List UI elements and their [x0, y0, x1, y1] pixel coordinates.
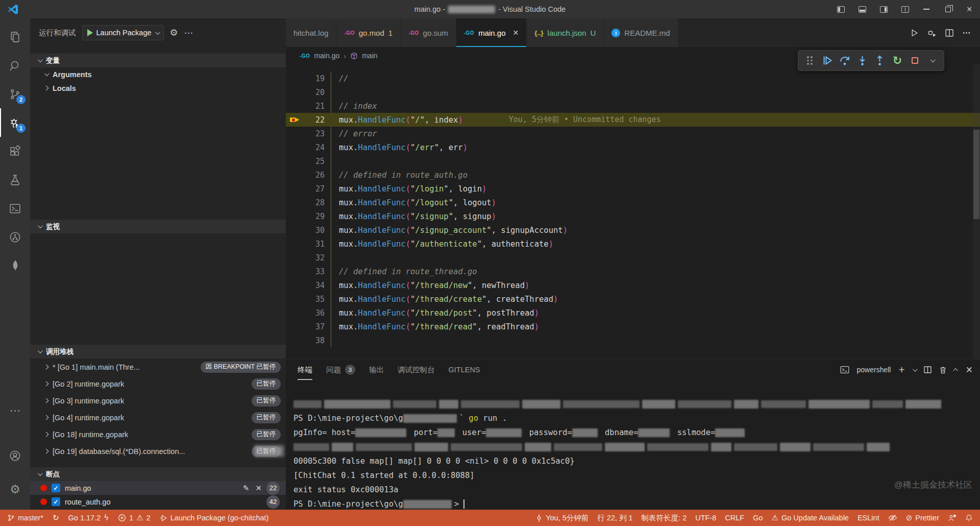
stop-icon[interactable] — [908, 53, 922, 68]
line-number[interactable]: 32 — [303, 253, 325, 262]
activity-item-gitlens[interactable] — [0, 223, 30, 251]
toggle-secondary-sidebar-icon[interactable] — [873, 0, 894, 18]
step-out-icon[interactable] — [873, 53, 887, 68]
terminal-dropdown-icon[interactable] — [913, 367, 918, 372]
status-blame[interactable]: You, 5分钟前 — [535, 513, 589, 523]
code-line-35[interactable]: 35mux.HandleFunc("/thread/create", creat… — [286, 292, 980, 306]
split-editor-icon[interactable] — [945, 29, 953, 37]
activity-item-account[interactable] — [0, 441, 30, 470]
maximize-panel-icon[interactable] — [953, 368, 958, 373]
status-git-branch[interactable]: master* — [7, 514, 43, 522]
line-number[interactable]: 22 — [303, 115, 325, 125]
line-number[interactable]: 33 — [303, 267, 325, 276]
activity-item-terminal[interactable] — [0, 194, 30, 223]
code-line-32[interactable]: 32 — [286, 251, 980, 265]
editor-scrollbar[interactable] — [973, 64, 980, 359]
remove-breakpoint-icon[interactable]: ✕ — [255, 484, 262, 493]
step-over-icon[interactable] — [838, 53, 852, 68]
toggle-sidebar-icon[interactable] — [830, 0, 851, 18]
status-go-version[interactable]: Go 1.17.2ϟ — [68, 513, 109, 522]
call-stack-row[interactable]: [Go 19] database/sql.(*DB).connection...… — [30, 443, 286, 460]
variables-row-arguments[interactable]: Arguments — [30, 67, 286, 81]
line-number[interactable]: 31 — [303, 240, 325, 249]
line-number[interactable]: 36 — [303, 308, 325, 318]
edit-breakpoint-icon[interactable]: ✎ — [243, 484, 250, 493]
status-encoding[interactable]: UTF-8 — [695, 514, 716, 522]
toggle-panel-icon[interactable] — [851, 0, 873, 18]
variables-section-header[interactable]: 变量 — [30, 54, 286, 67]
status-language-mode[interactable]: Go — [753, 514, 763, 522]
breakpoint-row-route_auth.go[interactable]: ✓route_auth.go42 — [30, 495, 286, 509]
status-eye-off[interactable] — [888, 514, 897, 522]
activity-item-explorer[interactable] — [0, 22, 30, 51]
status-eol[interactable]: CRLF — [725, 514, 744, 522]
code-line-25[interactable]: 25 — [286, 154, 980, 168]
line-number[interactable]: 30 — [303, 226, 325, 235]
terminal-shell-label[interactable]: powershell — [857, 366, 891, 374]
status-eslint[interactable]: ESLint — [857, 514, 879, 522]
kill-terminal-trash-icon[interactable] — [939, 366, 947, 374]
status-debug-launch[interactable]: Launch Package (go-chitchat) — [160, 514, 269, 522]
line-number[interactable]: 38 — [303, 336, 325, 345]
panel-tab-调试控制台[interactable]: 调试控制台 — [398, 360, 435, 380]
split-terminal-icon[interactable] — [924, 366, 932, 373]
code-line-30[interactable]: 30mux.HandleFunc("/signup_account", sign… — [286, 223, 980, 237]
code-line-22[interactable]: 22mux.HandleFunc("/", index)You, 5分钟前 • … — [286, 113, 980, 127]
code-line-33[interactable]: 33// defined in route_thread.go — [286, 265, 980, 278]
status-notifications[interactable] — [965, 514, 973, 522]
gutter-glyph[interactable] — [286, 116, 303, 124]
panel-tab-输出[interactable]: 输出 — [369, 360, 384, 380]
scrollbar-thumb[interactable] — [973, 130, 979, 219]
code-line-31[interactable]: 31mux.HandleFunc("/authenticate", authen… — [286, 237, 980, 251]
tab-go.sum[interactable]: ‑GOgo.sum — [401, 18, 456, 47]
line-number[interactable]: 23 — [303, 129, 325, 138]
status-go-update[interactable]: ⚠Go Update Available — [772, 513, 849, 522]
code-line-20[interactable]: 20 — [286, 85, 980, 99]
launch-config-dropdown[interactable]: Launch Package — [82, 25, 164, 40]
activity-item-more[interactable] — [0, 396, 30, 425]
line-number[interactable]: 29 — [303, 212, 325, 221]
tab-go.mod[interactable]: ‑GOgo.mod1 — [336, 18, 401, 47]
call-stack-row[interactable]: [Go 18] runtime.gopark已暂停 — [30, 426, 286, 443]
code-line-34[interactable]: 34mux.HandleFunc("/thread/new", newThrea… — [286, 278, 980, 292]
watch-section-header[interactable]: 监视 — [30, 220, 286, 233]
line-number[interactable]: 19 — [303, 74, 325, 83]
line-number[interactable]: 20 — [303, 88, 325, 97]
debug-settings-gear-icon[interactable]: ⚙ — [170, 27, 178, 38]
step-into-icon[interactable] — [855, 53, 869, 68]
code-line-21[interactable]: 21// index — [286, 99, 980, 113]
activity-item-testing[interactable] — [0, 165, 30, 194]
new-terminal-icon[interactable]: + — [898, 364, 904, 376]
more-actions-icon[interactable] — [962, 29, 971, 37]
customize-layout-icon[interactable] — [894, 0, 916, 18]
status-indentation[interactable]: 制表符长度: 2 — [642, 513, 687, 523]
close-button[interactable]: ✕ — [959, 0, 980, 18]
code-line-19[interactable]: 19// — [286, 71, 980, 85]
call-stack-section-header[interactable]: 调用堆栈 — [30, 345, 286, 358]
code-line-36[interactable]: 36mux.HandleFunc("/thread/post", postThr… — [286, 306, 980, 320]
variables-row-locals[interactable]: Locals — [30, 81, 286, 95]
code-editor[interactable]: 19//2021// index22mux.HandleFunc("/", in… — [286, 64, 980, 359]
call-stack-row[interactable]: [Go 3] runtime.gopark已暂停 — [30, 392, 286, 409]
code-line-26[interactable]: 26// defined in route_auth.go — [286, 168, 980, 182]
line-number[interactable]: 37 — [303, 322, 325, 331]
panel-tab-GITLENS[interactable]: GITLENS — [449, 360, 480, 380]
line-number[interactable]: 34 — [303, 281, 325, 290]
restore-button[interactable] — [937, 0, 959, 18]
line-number[interactable]: 26 — [303, 171, 325, 180]
code-line-28[interactable]: 28mux.HandleFunc("/logout", logout) — [286, 196, 980, 209]
panel-tab-终端[interactable]: 终端 — [298, 360, 312, 380]
breakpoint-row-main.go[interactable]: ✓main.go✎✕22 — [30, 481, 286, 495]
breadcrumb-symbol[interactable]: main — [362, 52, 377, 60]
activity-item-source-control[interactable]: 2 — [0, 80, 30, 108]
code-line-37[interactable]: 37mux.HandleFunc("/thread/read", readThr… — [286, 320, 980, 333]
restart-icon[interactable]: ↻ — [890, 53, 904, 68]
line-number[interactable]: 35 — [303, 295, 325, 304]
line-number[interactable]: 27 — [303, 184, 325, 194]
call-stack-row[interactable]: [Go 4] runtime.gopark已暂停 — [30, 409, 286, 426]
line-number[interactable]: 24 — [303, 143, 325, 152]
code-line-27[interactable]: 27mux.HandleFunc("/login", login) — [286, 182, 980, 196]
activity-item-mongodb[interactable] — [0, 251, 30, 280]
status-feedback[interactable] — [948, 514, 957, 522]
chevron-down-icon[interactable] — [925, 53, 939, 68]
